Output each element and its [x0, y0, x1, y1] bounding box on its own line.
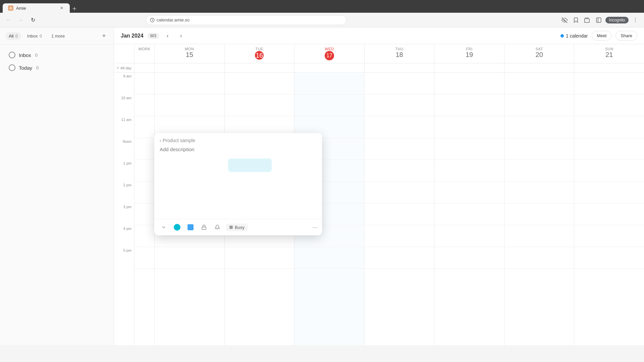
col-thu[interactable]: [364, 73, 434, 345]
calendar-count: 1 calendar: [566, 33, 588, 39]
menu-button[interactable]: [631, 15, 640, 25]
sidebar-header: All 0 Inbox 0 1 more +: [0, 27, 114, 45]
inbox-add-button[interactable]: +: [89, 51, 96, 59]
days-header: Work Mon 15 Tue 16 Wed 17 Thu: [114, 44, 644, 63]
day-header-tue: Tue 16: [224, 44, 294, 63]
today-more-button[interactable]: ···: [98, 64, 105, 71]
svg-rect-2: [597, 18, 601, 22]
filter-more-tab[interactable]: 1 more: [48, 32, 68, 40]
dropdown-chevron-button[interactable]: [159, 223, 168, 232]
bookmark-icon: [573, 17, 579, 23]
time-2pm: 2 pm: [114, 182, 134, 203]
time-1pm: 1 pm: [114, 160, 134, 182]
time-10am: 10 am: [114, 95, 134, 116]
sidebar-icon: [596, 17, 602, 23]
popup-back-button[interactable]: ‹ Product sample: [160, 138, 195, 143]
menu-dots-icon: [632, 17, 638, 23]
address-bar[interactable]: calendar.amie.so: [146, 15, 347, 25]
incognito-badge: Incognito: [605, 17, 629, 23]
allday-sun: [574, 63, 644, 72]
busy-badge[interactable]: Busy: [226, 224, 248, 231]
meet-button[interactable]: Meet: [592, 31, 611, 41]
svg-rect-7: [202, 227, 206, 229]
day-header-wed: Wed 17: [294, 44, 364, 63]
day-header-thu: Thu 18: [364, 44, 434, 63]
tab-title: Amie: [16, 6, 56, 11]
inbox-more-button[interactable]: ···: [98, 51, 105, 59]
circle-icon-button[interactable]: [172, 223, 182, 232]
day-header-sun: Sun 21: [574, 44, 644, 63]
busy-dot: [229, 226, 233, 229]
allday-thu: [364, 63, 434, 72]
today-add-button[interactable]: +: [89, 64, 96, 71]
sidebar-item-today[interactable]: Today 0 + ···: [5, 61, 108, 74]
calendar-icon-button[interactable]: [186, 223, 195, 232]
allday-wed: [294, 63, 364, 72]
circle-icon: [174, 224, 180, 231]
new-tab-button[interactable]: +: [70, 5, 79, 13]
eyeoff-icon: [561, 17, 568, 23]
allday-sat: [504, 63, 574, 72]
bell-icon-button[interactable]: [213, 223, 222, 232]
share-button[interactable]: Share: [615, 31, 637, 41]
lock-icon: [201, 225, 207, 230]
url-text: calendar.amie.so: [157, 17, 190, 22]
allday-tue: [224, 63, 294, 72]
eyeoff-button[interactable]: [560, 15, 569, 25]
day-header-sat: Sat 20: [504, 44, 574, 63]
calendar-header-right: 1 calendar Meet Share: [560, 31, 637, 41]
calendar-header: Jan 2024 W3 ‹ › 1 calendar Meet Share: [114, 27, 644, 44]
allday-label: ✕ All day: [114, 63, 134, 72]
puzzle-icon: [584, 17, 590, 23]
sidebar-items: Inbox 0 + ··· Today 0 + ···: [0, 45, 114, 78]
today-label: Today: [19, 65, 32, 71]
app: All 0 Inbox 0 1 more + Inbox 0 + ···: [0, 27, 644, 345]
filter-inbox-count: 0: [40, 34, 42, 39]
next-week-button[interactable]: ›: [176, 31, 186, 41]
prev-week-button[interactable]: ‹: [163, 31, 172, 41]
calendar-square-icon: [187, 224, 194, 230]
back-arrow-icon: ‹: [160, 138, 161, 143]
bookmark-button[interactable]: [571, 15, 581, 25]
extensions-button[interactable]: [583, 15, 592, 25]
time-11am: 11 am: [114, 116, 134, 138]
busy-label: Busy: [235, 225, 245, 230]
filter-all-count: 0: [15, 34, 18, 39]
highlight-overlay: [228, 159, 272, 172]
toolbar-right: Incognito: [560, 15, 640, 25]
inbox-count: 0: [35, 53, 38, 58]
inbox-icon: [9, 52, 15, 58]
today-icon: [9, 64, 15, 71]
allday-work-cell: [134, 63, 154, 72]
filter-inbox-tab[interactable]: Inbox 0: [24, 32, 45, 40]
filter-all-tab[interactable]: All 0: [5, 32, 21, 40]
popup-body[interactable]: [154, 145, 322, 219]
allday-fri: [434, 63, 504, 72]
col-fri[interactable]: [434, 73, 504, 345]
sidebar-toggle-button[interactable]: [594, 15, 603, 25]
allday-mon: [154, 63, 224, 72]
tab-favicon: A: [8, 5, 13, 11]
add-item-button[interactable]: +: [100, 32, 108, 40]
tab-close-button[interactable]: ✕: [59, 5, 64, 11]
popup-footer: Busy ···: [154, 219, 322, 235]
sidebar-item-inbox[interactable]: Inbox 0 + ···: [5, 49, 108, 61]
event-popup: ‹ Product sample: [154, 133, 322, 235]
week-badge: W3: [148, 33, 159, 39]
calendar-body: 9 am 10 am 11 am Noon 1 pm 2 pm 3 pm 4 p…: [114, 73, 644, 345]
browser-toolbar: ← → ↻ calendar.amie.so Incognito: [0, 13, 644, 27]
popup-more-button[interactable]: ···: [312, 224, 317, 231]
reload-button[interactable]: ↻: [28, 15, 38, 25]
calendar-indicator: 1 calendar: [560, 33, 588, 39]
tab-bar: A Amie ✕ +: [0, 0, 644, 13]
forward-button[interactable]: →: [16, 15, 25, 25]
back-button[interactable]: ←: [4, 15, 13, 25]
chevron-down-icon: [161, 225, 166, 230]
calendar-grid: Work Mon 15 Tue 16 Wed 17 Thu: [114, 44, 644, 345]
day-header-fri: Fri 19: [434, 44, 504, 63]
time-4pm: 4 pm: [114, 225, 134, 247]
col-sun[interactable]: [574, 73, 644, 345]
day-header-mon: Mon 15: [154, 44, 224, 63]
lock-icon-button[interactable]: [199, 223, 209, 232]
col-sat[interactable]: [504, 73, 574, 345]
